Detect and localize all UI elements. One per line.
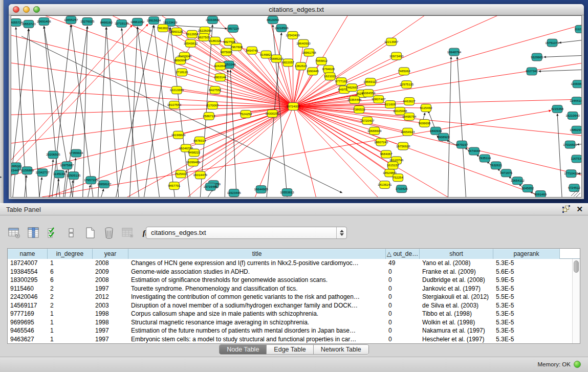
show-columns-button[interactable] [26,225,40,240]
tab-edge-table[interactable]: Edge Table [267,345,313,354]
tab-node-table[interactable]: Node Table [220,345,267,354]
scrollbar-thumb[interactable] [574,260,579,273]
graph-node-label: 1990445 [307,69,319,73]
table-row[interactable]: 1830029562008Estimation of significance … [8,276,572,285]
graph-node-label: 19756928 [396,144,410,148]
column-header-out_de[interactable]: △ out_de… [386,249,420,259]
graph-node-label: 18300295 [265,112,279,115]
delete-table-disabled-button[interactable] [121,225,135,240]
graph-node-label: 12505135 [67,173,81,177]
table-cell: 1 [48,335,93,344]
table-row[interactable]: 1938455462009Genome-wide association stu… [8,268,572,276]
graph-node-label: 16644905 [254,187,268,191]
graph-node-label: 752254 [393,176,403,179]
graph-node-label: 1362615 [295,64,308,68]
column-header-year[interactable]: year [93,249,128,259]
graph-node-label: 8186328 [209,39,222,42]
graph-node-label: 10975887 [60,163,74,167]
close-panel-icon[interactable]: ✕ [576,205,583,213]
graph-node-label: 15123419 [163,20,178,24]
table-select-value: citations_edges.txt [151,229,206,236]
graph-node-label: 8912954 [186,32,199,36]
table-row[interactable]: 2242004622012Investigating the contribut… [8,293,572,301]
graph-node-label: 9329965 [531,55,543,59]
graph-node-label: 19495754 [402,115,417,118]
graph-node-label: 12213967 [384,40,399,43]
graph-node-label: 10973493 [389,54,404,58]
graph-node-label: 10655257 [64,18,78,21]
float-panel-icon[interactable] [562,205,570,213]
citation-network-graph[interactable]: 1405572420553723206914061065525715276025… [11,16,581,197]
table-panel-header[interactable]: Table Panel ✕ [0,203,588,215]
graph-node-label: 20691406 [37,19,51,23]
table-cell: 0 [386,285,420,293]
graph-node-label: 621606 [385,102,396,106]
table-row[interactable]: 977716911998Corpus callosum shape and si… [8,310,572,318]
graph-node-label: 16543812 [184,41,198,45]
graph-node-label: 19384554 [361,91,376,95]
graph-node-label: 8938923 [437,135,450,139]
network-window[interactable]: citations_edges.txt 14055724205537232069… [9,4,584,199]
graph-node-label: 2170067 [206,103,219,107]
graph-node-label: 16014479 [193,173,208,177]
table-cell: Embryonic stem cells: a model to study s… [128,335,386,344]
table-cell: Stergiakouli et al. (2012) [420,293,493,301]
table-panel: Table Panel ✕ f(x) citations_edges.txt n… [0,203,588,372]
column-header-title[interactable]: title [128,249,386,259]
graph-node-label: 7632621 [490,163,503,167]
graph-node-label: 15892971 [570,128,581,132]
table-cell: 19384554 [8,268,48,276]
table-cell: 5.3E-5 [493,301,560,310]
table-row[interactable]: 1456911722003Disruption of a novel membe… [8,301,572,310]
column-header-in_degree[interactable]: in_degree [48,249,93,259]
graph-node-label: 10807487 [372,97,386,101]
table-cell: de Silva et al. (2003) [420,301,493,310]
table-cell: Hescheler et al. (1997) [420,335,493,344]
table-cell: Wolkin et al. (1998) [420,318,493,327]
graph-node-label: 9498222 [188,150,201,154]
graph-node-label: 9699695 [419,121,431,125]
table-cell: 5.3E-5 [493,259,560,268]
graph-node-label: 8960128 [170,30,183,33]
table-row[interactable]: 946362711997Embryonic stem cells: a mode… [8,335,572,344]
new-table-button[interactable] [83,225,97,240]
select-rows-button[interactable] [45,225,59,240]
delete-trash-button[interactable] [102,225,116,240]
table-select-dropdown[interactable]: citations_edges.txt [146,227,347,239]
dropdown-stepper-icon[interactable] [336,227,346,238]
graph-node-label: 1167534 [571,157,581,160]
node-table[interactable]: namein_degreeyeartitle△ out_de…shortpage… [7,248,580,344]
network-canvas[interactable]: 1405572420553723206914061065525715276025… [11,15,582,198]
table-row[interactable]: 946554611997Estimation of the future num… [8,326,572,335]
table-cell: 1997 [93,335,128,344]
graph-node-label: 16099489 [186,160,201,164]
table-row[interactable]: 969969511998Structural magnetic resonanc… [8,318,572,327]
table-cell: 1998 [93,318,128,327]
table-options-button[interactable] [7,225,21,240]
column-header-pagerank[interactable]: pagerank [493,249,560,259]
unselect-rows-button[interactable] [64,225,78,240]
table-cell: 1 [48,326,93,335]
vertical-scrollbar[interactable] [572,259,580,343]
graph-node-label: 9245652 [521,186,534,190]
tab-network-table[interactable]: Network Table [314,345,368,354]
graph-node-label: 14569117 [363,80,378,83]
table-row[interactable]: 1872400712008Changes of HCN gene express… [8,259,572,268]
column-header-name[interactable]: name [8,249,48,259]
column-header-short[interactable]: short [420,249,493,259]
table-row[interactable]: 911546021997Tourette syndrome. Phenomeno… [8,285,572,293]
graph-node-label: 7955812 [315,59,328,63]
table-cell: 1 [48,310,93,318]
graph-node-label: 8215358 [551,107,564,111]
table-cell: 5.3E-5 [493,310,560,318]
network-window-titlebar[interactable]: citations_edges.txt [9,4,584,15]
node-table-header[interactable]: namein_degreeyeartitle△ out_de…shortpage… [8,249,580,259]
graph-node-label: 11156889 [20,168,34,172]
panel-collapse-arrow-icon[interactable]: ▸ [0,175,2,179]
control-panel-edge[interactable]: ▸ [0,0,4,203]
table-cell: 0 [386,310,420,318]
graph-node-label: 12342737 [35,170,50,174]
node-table-body[interactable]: 1872400712008Changes of HCN gene express… [8,259,572,343]
graph-node-label: 16958107 [97,182,112,186]
graph-node-label: 15751074 [545,41,559,45]
